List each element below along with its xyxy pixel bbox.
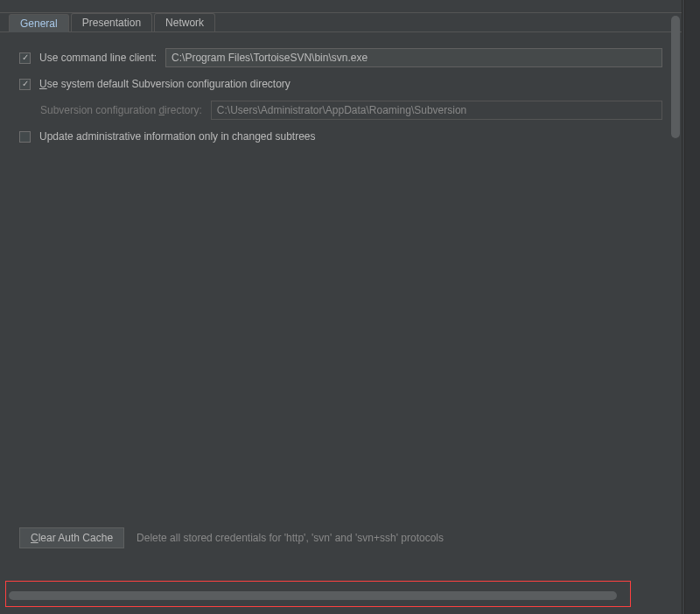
tab-general[interactable]: General [9,14,69,32]
cli-path-input[interactable] [165,48,662,67]
use-sysdefault-row: Use system default Subversion configurat… [19,78,662,90]
config-dir-input [211,101,662,120]
use-sysdefault-mnemonic: U [39,78,47,90]
update-admin-checkbox[interactable] [19,131,31,143]
clear-auth-cache-button[interactable]: Clear Auth Cache [19,527,124,548]
update-admin-row: Update administrative information only i… [19,130,662,143]
config-dir-label: Subversion configuration directory: [40,104,202,116]
clear-auth-hint: Delete all stored credentials for 'http'… [136,532,444,544]
use-sysdefault-text: se system default Subversion configurati… [47,78,290,90]
use-cli-row: Use command line client: [19,48,662,67]
update-admin-label: Update administrative information only i… [39,130,316,143]
use-cli-checkbox[interactable] [19,52,31,64]
config-dir-label-rest: irectory: [164,104,202,116]
bottom-section: Clear Auth Cache Delete all stored crede… [19,527,662,548]
horizontal-scrollbar-thumb[interactable] [9,591,617,600]
tab-presentation[interactable]: Presentation [71,13,152,31]
right-edge-panel [684,0,700,614]
vertical-scrollbar-thumb[interactable] [671,16,680,138]
config-dir-row: Subversion configuration directory: [19,101,662,120]
tab-network[interactable]: Network [154,13,215,31]
tabs-container: General Presentation Network [0,13,682,32]
settings-panel: General Presentation Network Use command… [0,0,682,614]
config-dir-label-prefix: Subversion configuration [40,104,158,116]
clear-auth-text: lear Auth Cache [38,532,113,544]
use-sysdefault-checkbox[interactable] [19,79,31,90]
top-bar [0,0,682,13]
use-cli-label: Use command line client: [39,52,157,64]
clear-auth-mnemonic: C [31,532,38,544]
horizontal-scrollbar-track[interactable] [9,590,629,602]
use-sysdefault-label: Use system default Subversion configurat… [39,78,290,90]
content-area: Use command line client: Use system defa… [0,32,682,557]
